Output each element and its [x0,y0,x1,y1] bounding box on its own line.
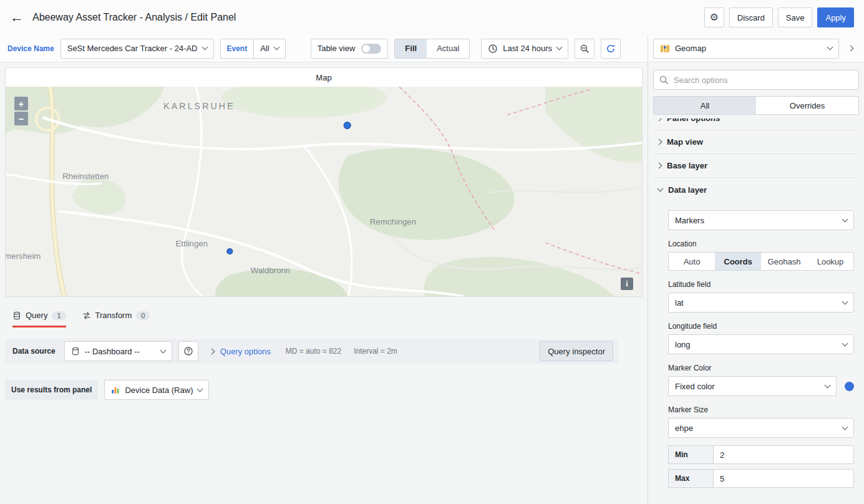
visualization-picker-area: Geomap [648,35,864,62]
section-map-view-label: Map view [667,137,703,147]
top-header: ← Abeeway Asset Tracker - Analysis / Edi… [0,0,864,35]
chevron-right-icon [847,46,853,52]
panel-title: Map [6,68,642,87]
chevron-down-icon [842,216,848,222]
datasource-help-button[interactable] [178,341,198,361]
collapse-options-pane-button[interactable] [843,39,859,59]
interval-text: Interval = 2m [354,347,397,356]
chevron-down-icon [197,385,203,392]
device-name-dropdown[interactable]: SeSt Mercedes Car Tracker - 24-AD [61,39,214,59]
table-view-label: Table view [318,44,356,53]
options-search[interactable] [653,70,859,90]
options-tabs: All Overrides [653,96,859,115]
section-base-layer[interactable]: Base layer [653,154,859,178]
marker-color-select[interactable]: Fixed color [668,376,837,396]
discard-button[interactable]: Discard [729,7,773,27]
zoom-in-button[interactable]: + [14,97,28,110]
apply-button[interactable]: Apply [817,7,854,27]
map-marker[interactable] [227,249,233,254]
tab-transform[interactable]: Transform 0 [82,311,150,327]
chevron-down-icon [825,382,831,388]
panel-settings-button[interactable]: ⚙ [704,7,724,27]
tab-transform-label: Transform [95,311,132,320]
use-results-row: Use results from panel Device Data (Raw) [5,380,643,400]
max-size-input[interactable] [713,469,854,488]
map-attribution-button[interactable]: i [621,278,633,290]
chevron-down-icon [658,185,664,191]
section-panel-options[interactable]: Panel options [653,119,859,130]
city-label-karlsruhe: KARLSRUHE [163,101,235,111]
section-data-layer-label: Data layer [668,185,707,195]
section-map-view[interactable]: Map view [653,130,859,154]
city-label-rheinstetten: Rheinstetten [62,172,109,181]
data-layer-content: Markers Location Auto Coords Geohash Loo… [653,201,859,488]
location-coords-option[interactable]: Coords [715,253,761,270]
query-count-badge: 1 [52,311,66,320]
tab-query[interactable]: Query 1 [12,311,66,327]
database-icon [71,347,80,356]
source-panel-dropdown[interactable]: Device Data (Raw) [104,380,209,400]
map-marker[interactable] [344,122,351,129]
longitude-field-select[interactable]: long [668,334,854,354]
location-auto-option[interactable]: Auto [669,253,715,270]
back-arrow-icon[interactable]: ← [10,11,24,24]
options-pane: All Overrides Panel options Map view Bas… [648,62,864,504]
chevron-down-icon [160,347,166,353]
min-size-row: Min [668,445,854,464]
source-panel-value: Device Data (Raw) [125,385,193,395]
max-size-row: Max [668,469,854,488]
location-geohash-option[interactable]: Geohash [761,253,807,270]
query-options-link[interactable]: Query options [220,347,271,356]
event-value: All [260,44,269,53]
save-button[interactable]: Save [778,7,813,27]
layer-type-value: Markers [675,216,843,225]
event-variable-label: Event [221,39,255,58]
section-data-layer[interactable]: Data layer [653,178,859,201]
table-view-toggle[interactable] [361,44,381,54]
datasource-dropdown[interactable]: -- Dashboard -- [64,341,172,361]
event-dropdown[interactable]: All [254,39,284,58]
zoom-out-time-button[interactable] [575,39,595,59]
database-icon [12,311,21,320]
min-size-input[interactable] [713,445,854,464]
page-title: Abeeway Asset Tracker - Analysis / Edit … [32,12,696,23]
visualization-picker[interactable]: Geomap [653,39,839,59]
marker-color-swatch[interactable] [845,382,854,391]
chevron-right-icon [656,139,663,145]
chevron-down-icon [273,44,279,51]
geomap-icon [660,44,670,54]
header-actions: ⚙ Discard Save Apply [704,7,854,27]
marker-size-select[interactable]: ehpe [668,418,854,438]
longitude-field-value: long [675,340,843,349]
search-icon [659,75,669,85]
chevron-right-icon [656,163,663,169]
latitude-field-label: Latitude field [668,280,854,289]
options-search-input[interactable] [674,75,853,85]
query-transform-tabs: Query 1 Transform 0 [12,311,643,327]
options-tab-all[interactable]: All [654,97,756,114]
chevron-right-icon [656,119,663,121]
marker-color-row: Fixed color [668,376,854,396]
magnifier-minus-icon [580,44,590,54]
location-lookup-option[interactable]: Lookup [807,253,853,270]
layer-type-select[interactable]: Markers [668,210,854,230]
zoom-out-button[interactable]: − [14,112,28,125]
actual-mode-option[interactable]: Actual [427,39,469,58]
latitude-field-select[interactable]: lat [668,293,854,313]
transform-count-badge: 0 [136,311,150,320]
event-variable: Event All [220,39,286,59]
sub-toolbar: Device Name SeSt Mercedes Car Tracker - … [0,35,864,62]
max-data-points-text: MD = auto = 822 [286,347,341,356]
marker-color-label: Marker Color [668,364,854,372]
latitude-field-value: lat [675,298,843,308]
map-canvas[interactable]: KARLSRUHE Rheinstetten Remchingen Ettlin… [6,87,642,296]
query-inspector-button[interactable]: Query inspector [540,341,613,361]
refresh-button[interactable] [601,39,621,59]
options-tab-overrides[interactable]: Overrides [756,97,858,114]
min-label: Min [668,445,713,464]
marker-size-label: Marker Size [668,405,854,414]
edit-panel-body: Map [0,62,864,504]
fill-mode-option[interactable]: Fill [395,39,427,58]
device-name-variable-label: Device Name [7,44,54,53]
time-range-picker[interactable]: Last 24 hours [481,39,568,59]
